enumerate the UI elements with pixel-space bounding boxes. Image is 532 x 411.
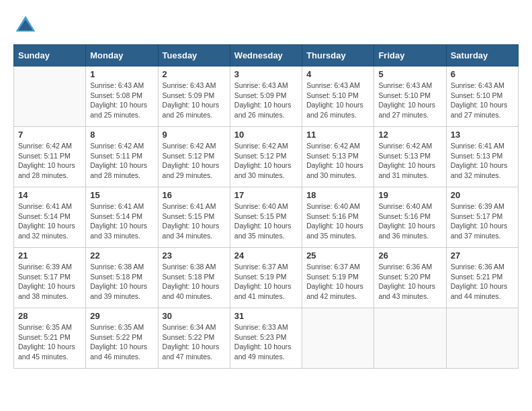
calendar-cell: 31Sunrise: 6:33 AM Sunset: 5:23 PM Dayli… [230, 308, 302, 369]
day-info: Sunrise: 6:35 AM Sunset: 5:22 PM Dayligh… [90, 322, 153, 362]
calendar-cell: 28Sunrise: 6:35 AM Sunset: 5:21 PM Dayli… [14, 308, 86, 369]
day-info: Sunrise: 6:42 AM Sunset: 5:12 PM Dayligh… [234, 141, 298, 181]
calendar-cell: 12Sunrise: 6:42 AM Sunset: 5:13 PM Dayli… [374, 127, 446, 187]
day-info: Sunrise: 6:40 AM Sunset: 5:15 PM Dayligh… [234, 201, 298, 241]
calendar-header-row: SundayMondayTuesdayWednesdayThursdayFrid… [14, 45, 519, 66]
day-number: 26 [378, 250, 441, 261]
day-info: Sunrise: 6:37 AM Sunset: 5:19 PM Dayligh… [306, 262, 369, 302]
day-info: Sunrise: 6:41 AM Sunset: 5:15 PM Dayligh… [163, 201, 226, 241]
day-info: Sunrise: 6:41 AM Sunset: 5:14 PM Dayligh… [18, 201, 81, 241]
column-header-friday: Friday [374, 45, 446, 66]
calendar-table: SundayMondayTuesdayWednesdayThursdayFrid… [13, 44, 519, 369]
day-info: Sunrise: 6:43 AM Sunset: 5:10 PM Dayligh… [451, 81, 514, 120]
day-info: Sunrise: 6:36 AM Sunset: 5:21 PM Dayligh… [451, 262, 514, 302]
calendar-cell: 9Sunrise: 6:42 AM Sunset: 5:12 PM Daylig… [158, 127, 230, 187]
day-number: 11 [306, 130, 369, 140]
calendar-cell: 23Sunrise: 6:38 AM Sunset: 5:18 PM Dayli… [158, 248, 230, 308]
day-number: 6 [451, 69, 514, 79]
calendar-week-row: 14Sunrise: 6:41 AM Sunset: 5:14 PM Dayli… [14, 187, 519, 248]
day-info: Sunrise: 6:43 AM Sunset: 5:09 PM Dayligh… [163, 81, 226, 120]
day-number: 19 [378, 190, 441, 200]
day-number: 9 [163, 130, 226, 140]
day-info: Sunrise: 6:41 AM Sunset: 5:13 PM Dayligh… [451, 141, 514, 181]
column-header-monday: Monday [86, 45, 158, 66]
day-info: Sunrise: 6:40 AM Sunset: 5:16 PM Dayligh… [378, 201, 441, 241]
day-info: Sunrise: 6:39 AM Sunset: 5:17 PM Dayligh… [451, 201, 514, 241]
day-info: Sunrise: 6:42 AM Sunset: 5:11 PM Dayligh… [90, 141, 153, 181]
calendar-cell: 3Sunrise: 6:43 AM Sunset: 5:09 PM Daylig… [230, 66, 302, 127]
day-number: 25 [306, 250, 369, 261]
calendar-cell: 11Sunrise: 6:42 AM Sunset: 5:13 PM Dayli… [302, 127, 374, 187]
calendar-cell: 20Sunrise: 6:39 AM Sunset: 5:17 PM Dayli… [446, 187, 518, 248]
day-number: 24 [234, 250, 298, 261]
day-info: Sunrise: 6:39 AM Sunset: 5:17 PM Dayligh… [18, 262, 81, 302]
day-info: Sunrise: 6:42 AM Sunset: 5:11 PM Dayligh… [18, 141, 81, 181]
day-number: 17 [234, 190, 298, 200]
calendar-cell: 21Sunrise: 6:39 AM Sunset: 5:17 PM Dayli… [14, 248, 86, 308]
calendar-cell: 24Sunrise: 6:37 AM Sunset: 5:19 PM Dayli… [230, 248, 302, 308]
calendar-cell: 14Sunrise: 6:41 AM Sunset: 5:14 PM Dayli… [14, 187, 86, 248]
day-info: Sunrise: 6:42 AM Sunset: 5:13 PM Dayligh… [378, 141, 441, 181]
day-info: Sunrise: 6:43 AM Sunset: 5:10 PM Dayligh… [306, 81, 369, 120]
day-info: Sunrise: 6:37 AM Sunset: 5:19 PM Dayligh… [234, 262, 298, 302]
column-header-saturday: Saturday [446, 45, 518, 66]
calendar-cell: 8Sunrise: 6:42 AM Sunset: 5:11 PM Daylig… [86, 127, 158, 187]
day-number: 5 [378, 69, 441, 79]
day-number: 14 [18, 190, 81, 200]
calendar-cell: 4Sunrise: 6:43 AM Sunset: 5:10 PM Daylig… [302, 66, 374, 127]
calendar-cell: 27Sunrise: 6:36 AM Sunset: 5:21 PM Dayli… [446, 248, 518, 308]
column-header-thursday: Thursday [302, 45, 374, 66]
calendar-cell: 10Sunrise: 6:42 AM Sunset: 5:12 PM Dayli… [230, 127, 302, 187]
day-number: 3 [234, 69, 298, 79]
day-number: 21 [18, 250, 81, 261]
column-header-tuesday: Tuesday [158, 45, 230, 66]
page-header [13, 13, 519, 38]
day-info: Sunrise: 6:42 AM Sunset: 5:12 PM Dayligh… [163, 141, 226, 181]
calendar-cell: 15Sunrise: 6:41 AM Sunset: 5:14 PM Dayli… [86, 187, 158, 248]
calendar-cell: 2Sunrise: 6:43 AM Sunset: 5:09 PM Daylig… [158, 66, 230, 127]
calendar-cell [302, 308, 374, 369]
day-number: 12 [378, 130, 441, 140]
day-info: Sunrise: 6:43 AM Sunset: 5:09 PM Dayligh… [234, 81, 298, 120]
calendar-cell: 19Sunrise: 6:40 AM Sunset: 5:16 PM Dayli… [374, 187, 446, 248]
day-number: 15 [90, 190, 153, 200]
day-number: 10 [234, 130, 298, 140]
calendar-week-row: 1Sunrise: 6:43 AM Sunset: 5:08 PM Daylig… [14, 66, 519, 127]
day-number: 30 [163, 311, 226, 321]
day-number: 13 [451, 130, 514, 140]
day-info: Sunrise: 6:42 AM Sunset: 5:13 PM Dayligh… [306, 141, 369, 181]
day-number: 27 [451, 250, 514, 261]
calendar-week-row: 28Sunrise: 6:35 AM Sunset: 5:21 PM Dayli… [14, 308, 519, 369]
day-info: Sunrise: 6:38 AM Sunset: 5:18 PM Dayligh… [90, 262, 153, 302]
day-info: Sunrise: 6:35 AM Sunset: 5:21 PM Dayligh… [18, 322, 81, 362]
day-number: 31 [234, 311, 298, 321]
calendar-cell: 1Sunrise: 6:43 AM Sunset: 5:08 PM Daylig… [86, 66, 158, 127]
day-number: 18 [306, 190, 369, 200]
day-number: 8 [90, 130, 153, 140]
logo-icon [13, 13, 38, 38]
calendar-cell: 29Sunrise: 6:35 AM Sunset: 5:22 PM Dayli… [86, 308, 158, 369]
calendar-cell [374, 308, 446, 369]
day-number: 22 [90, 250, 153, 261]
calendar-week-row: 21Sunrise: 6:39 AM Sunset: 5:17 PM Dayli… [14, 248, 519, 308]
day-number: 23 [163, 250, 226, 261]
column-header-sunday: Sunday [14, 45, 86, 66]
day-info: Sunrise: 6:33 AM Sunset: 5:23 PM Dayligh… [234, 322, 298, 362]
calendar-cell: 16Sunrise: 6:41 AM Sunset: 5:15 PM Dayli… [158, 187, 230, 248]
day-info: Sunrise: 6:34 AM Sunset: 5:22 PM Dayligh… [163, 322, 226, 362]
day-info: Sunrise: 6:38 AM Sunset: 5:18 PM Dayligh… [163, 262, 226, 302]
day-number: 4 [306, 69, 369, 79]
calendar-cell: 17Sunrise: 6:40 AM Sunset: 5:15 PM Dayli… [230, 187, 302, 248]
day-info: Sunrise: 6:41 AM Sunset: 5:14 PM Dayligh… [90, 201, 153, 241]
calendar-cell: 5Sunrise: 6:43 AM Sunset: 5:10 PM Daylig… [374, 66, 446, 127]
calendar-cell: 30Sunrise: 6:34 AM Sunset: 5:22 PM Dayli… [158, 308, 230, 369]
calendar-week-row: 7Sunrise: 6:42 AM Sunset: 5:11 PM Daylig… [14, 127, 519, 187]
calendar-cell: 26Sunrise: 6:36 AM Sunset: 5:20 PM Dayli… [374, 248, 446, 308]
calendar-cell: 18Sunrise: 6:40 AM Sunset: 5:16 PM Dayli… [302, 187, 374, 248]
day-number: 7 [18, 130, 81, 140]
day-info: Sunrise: 6:40 AM Sunset: 5:16 PM Dayligh… [306, 201, 369, 241]
calendar-cell: 22Sunrise: 6:38 AM Sunset: 5:18 PM Dayli… [86, 248, 158, 308]
day-number: 1 [90, 69, 153, 79]
calendar-cell: 6Sunrise: 6:43 AM Sunset: 5:10 PM Daylig… [446, 66, 518, 127]
day-info: Sunrise: 6:43 AM Sunset: 5:08 PM Dayligh… [90, 81, 153, 120]
